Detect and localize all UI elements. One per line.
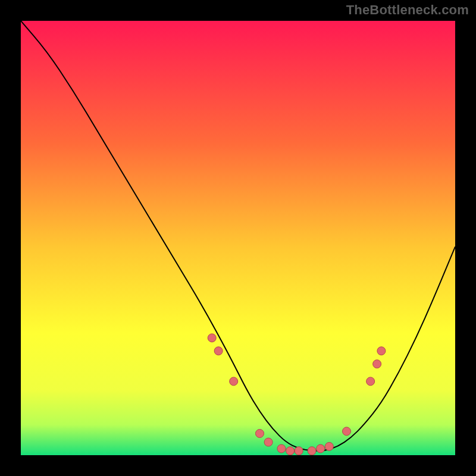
curve-marker [286, 447, 295, 455]
curve-marker [317, 444, 325, 453]
curve-marker [308, 447, 316, 455]
chart-frame: TheBottleneck.com [0, 0, 476, 476]
curve-marker [264, 438, 273, 446]
curve-marker [373, 360, 381, 368]
curve-marker [325, 442, 333, 450]
plot-area [21, 21, 455, 455]
gradient-background [21, 21, 455, 455]
watermark-text: TheBottleneck.com [346, 2, 469, 18]
chart-svg [21, 21, 455, 455]
curve-marker [208, 334, 216, 342]
curve-marker [343, 427, 351, 436]
curve-marker [230, 377, 238, 386]
curve-marker [277, 444, 286, 453]
curve-marker [367, 377, 375, 386]
curve-marker [377, 347, 386, 355]
curve-marker [295, 447, 303, 455]
curve-marker [256, 430, 264, 438]
curve-marker [214, 347, 223, 355]
